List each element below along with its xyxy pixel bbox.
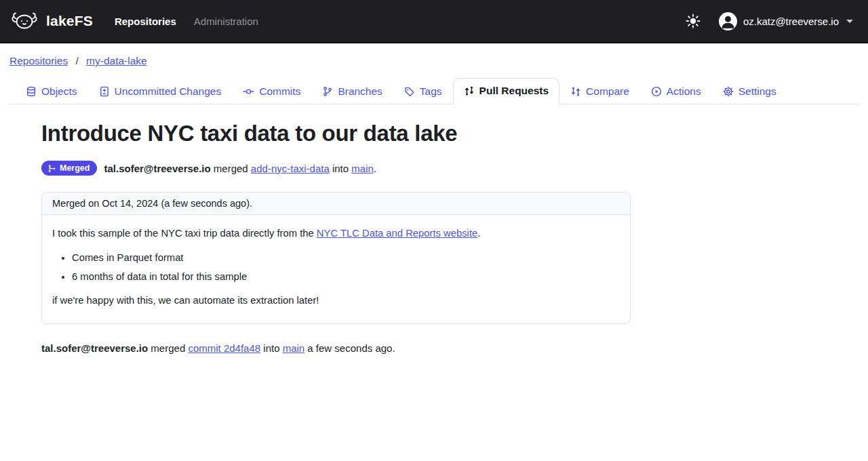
merge-event-time: a few seconds ago. (304, 342, 395, 354)
pr-description-card: Merged on Oct 14, 2024 (a few seconds ag… (41, 192, 631, 324)
git-compare-icon (570, 86, 581, 97)
file-diff-icon (99, 86, 110, 97)
list-item: 6 months of data in total for this sampl… (72, 270, 620, 284)
pr-author: tal.sofer@treeverse.io (104, 163, 210, 174)
tab-settings[interactable]: Settings (712, 79, 787, 104)
tab-branches[interactable]: Branches (311, 79, 393, 104)
tab-label: Objects (41, 85, 77, 98)
merge-event-merged-word: merged (148, 342, 188, 354)
status-badge-label: Merged (60, 163, 90, 173)
page-title: Introduce NYC taxi data to our data lake (41, 121, 868, 146)
byline-period: . (374, 163, 376, 174)
breadcrumb-repositories[interactable]: Repositories (9, 55, 68, 66)
tag-icon (404, 86, 415, 97)
git-branch-icon (322, 86, 333, 97)
tab-label: Uncommitted Changes (115, 85, 222, 98)
gear-icon (723, 86, 734, 97)
tab-compare[interactable]: Compare (559, 79, 640, 104)
list-item: Comes in Parquet format (72, 251, 620, 265)
merge-event-author: tal.sofer@treeverse.io (41, 342, 148, 354)
intro-period: . (477, 228, 480, 239)
tab-label: Actions (667, 85, 701, 98)
user-email: oz.katz@treeverse.io (743, 16, 839, 27)
target-branch-link[interactable]: main (351, 163, 374, 174)
database-icon (26, 86, 37, 97)
merge-event-into-word: into (260, 342, 283, 354)
byline-merged-word: merged (211, 163, 251, 174)
breadcrumb-repo-name[interactable]: my-data-lake (86, 55, 147, 66)
description-intro: I took this sample of the NYC taxi trip … (52, 226, 620, 241)
tab-actions[interactable]: Actions (640, 79, 712, 104)
merge-event-line: tal.sofer@treeverse.io merged commit 2d4… (41, 342, 868, 354)
tab-objects[interactable]: Objects (15, 79, 88, 104)
pull-request-page: Introduce NYC taxi data to our data lake… (0, 104, 868, 354)
user-avatar-icon (719, 12, 737, 31)
repo-tab-bar: Objects Uncommitted Changes Commits (9, 78, 859, 104)
card-header-merged-on: Merged on Oct 14, 2024 (a few seconds ag… (42, 193, 630, 215)
tab-label: Settings (738, 85, 776, 98)
theme-toggle-sun-icon[interactable] (685, 13, 701, 29)
user-menu[interactable]: oz.katz@treeverse.io (719, 12, 853, 31)
nav-item-repositories[interactable]: Repositories (115, 16, 176, 27)
navbar-right: oz.katz@treeverse.io (685, 12, 853, 31)
card-body: I took this sample of the NYC taxi trip … (42, 215, 630, 323)
byline-into-word: into (330, 163, 352, 174)
tab-pull-requests[interactable]: Pull Requests (453, 78, 560, 104)
tab-label: Pull Requests (479, 85, 549, 97)
merge-event-target-branch-link[interactable]: main (283, 342, 305, 354)
byline-text: tal.sofer@treeverse.io merged add-nyc-ta… (104, 163, 376, 174)
commit-icon (243, 86, 254, 97)
source-branch-link[interactable]: add-nyc-taxi-data (251, 163, 330, 174)
breadcrumb-separator: / (75, 55, 78, 66)
top-navbar: lakeFS Repositories Administration oz.ka… (0, 0, 868, 43)
description-bullet-list: Comes in Parquet format 6 months of data… (72, 251, 620, 284)
play-circle-icon (651, 86, 662, 97)
intro-text: I took this sample of the NYC taxi trip … (52, 228, 317, 239)
git-merge-icon (47, 164, 56, 173)
status-badge: Merged (41, 161, 97, 176)
tab-label: Commits (259, 85, 300, 98)
tab-tags[interactable]: Tags (393, 79, 453, 104)
commit-link[interactable]: commit 2d4fa48 (188, 342, 260, 354)
lakefs-logo-icon[interactable] (9, 10, 39, 32)
pull-request-icon (464, 85, 475, 96)
description-outro: if we're happy with this, we can automat… (52, 294, 620, 308)
pr-byline: Merged tal.sofer@treeverse.io merged add… (41, 161, 868, 176)
tab-label: Tags (420, 85, 442, 98)
chevron-down-icon (846, 20, 853, 23)
tab-uncommitted-changes[interactable]: Uncommitted Changes (88, 79, 233, 104)
breadcrumb: Repositories / my-data-lake (0, 43, 868, 77)
tab-commits[interactable]: Commits (232, 79, 311, 104)
tab-label: Branches (338, 85, 382, 98)
nav-item-administration[interactable]: Administration (194, 16, 258, 27)
tab-label: Compare (586, 85, 629, 98)
nyc-tlc-link[interactable]: NYC TLC Data and Reports website (317, 228, 477, 239)
brand-name[interactable]: lakeFS (46, 13, 93, 29)
primary-nav: Repositories Administration (115, 16, 258, 27)
navbar-left: lakeFS Repositories Administration (9, 10, 258, 32)
